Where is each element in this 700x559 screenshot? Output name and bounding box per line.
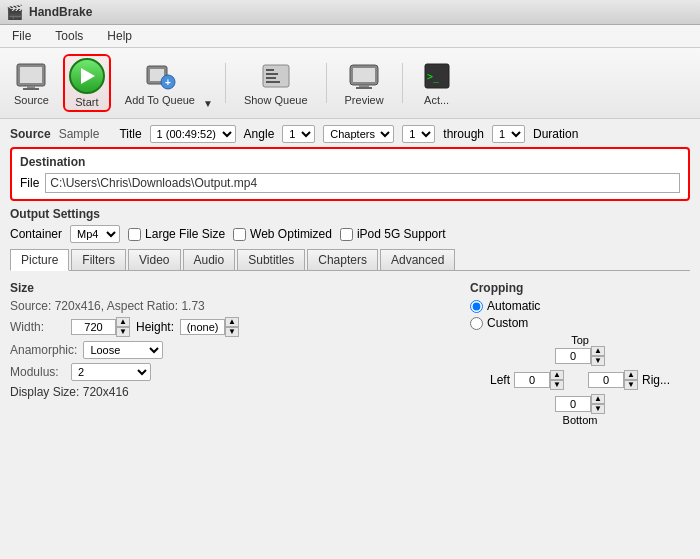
output-settings-title: Output Settings [10,207,690,221]
svg-text:+: + [165,77,171,88]
width-input[interactable] [71,319,116,335]
tab-chapters[interactable]: Chapters [307,249,378,270]
width-up-btn[interactable]: ▲ [116,317,130,327]
height-up-btn[interactable]: ▲ [225,317,239,327]
tab-picture[interactable]: Picture [10,249,69,271]
left-spinner: ▲ ▼ [514,370,564,390]
svg-rect-8 [263,65,289,87]
right-up-btn[interactable]: ▲ [624,370,638,380]
chapter-end-select[interactable]: 1 [492,125,525,143]
web-optimized-check-row: Web Optimized [233,227,332,241]
source-icon [15,60,47,92]
bottom-input[interactable] [555,396,591,412]
angle-select[interactable]: 1 [282,125,315,143]
left-input[interactable] [514,372,550,388]
web-optimized-checkbox[interactable] [233,228,246,241]
source-sample: Sample [59,127,100,141]
left-spinner-buttons: ▲ ▼ [550,370,564,390]
menu-bar: File Tools Help [0,25,700,48]
svg-rect-11 [266,77,276,79]
display-size-value: 720x416 [83,385,129,399]
crop-auto-label: Automatic [487,299,540,313]
display-size-row: Display Size: 720x416 [10,385,450,399]
size-section: Size Source: 720x416, Aspect Ratio: 1.73… [10,281,450,426]
tab-audio[interactable]: Audio [183,249,236,270]
ipod-checkbox[interactable] [340,228,353,241]
left-down-btn[interactable]: ▼ [550,380,564,390]
queue-dropdown-arrow[interactable]: ▼ [203,98,213,109]
add-to-queue-icon: + [144,60,176,92]
show-queue-icon [260,60,292,92]
toolbar-separator-2 [326,63,327,103]
preview-button[interactable]: Preview [339,56,390,110]
app-title: HandBrake [29,5,92,19]
bottom-spinner-buttons: ▲ ▼ [591,394,605,414]
display-size-label: Display Size: [10,385,79,399]
height-spinner-buttons: ▲ ▼ [225,317,239,337]
container-row: Container Mp4 MKV Large File Size Web Op… [10,225,690,243]
file-row: File [20,173,680,193]
crop-bottom-section: ▲ ▼ Bottom [470,394,690,426]
modulus-select[interactable]: 2 4 8 16 [71,363,151,381]
start-button[interactable]: Start [63,54,111,112]
width-spinner-buttons: ▲ ▼ [116,317,130,337]
start-label: Start [75,96,98,108]
add-to-queue-label: Add To Queue [125,94,195,106]
svg-rect-14 [353,68,375,82]
crop-custom-label: Custom [487,316,528,330]
through-label: through [443,127,484,141]
anamorphic-row: Anamorphic: None Strict Loose Custom [10,341,450,359]
menu-tools[interactable]: Tools [49,27,89,45]
anamorphic-select[interactable]: None Strict Loose Custom [83,341,163,359]
crop-top-section: Top ▲ ▼ [470,334,690,366]
large-file-checkbox[interactable] [128,228,141,241]
right-input[interactable] [588,372,624,388]
output-settings: Output Settings Container Mp4 MKV Large … [10,207,690,243]
bottom-down-btn[interactable]: ▼ [591,404,605,414]
left-label-text: Left [490,373,510,387]
crop-custom-item: Custom [470,316,690,330]
destination-title: Destination [20,155,680,169]
source-label: Source [14,94,49,106]
right-down-btn[interactable]: ▼ [624,380,638,390]
top-spinner: ▲ ▼ [555,346,605,366]
show-queue-button[interactable]: Show Queue [238,56,314,110]
top-input[interactable] [555,348,591,364]
app-icon: 🎬 [6,4,23,20]
bottom-up-btn[interactable]: ▲ [591,394,605,404]
container-select[interactable]: Mp4 MKV [70,225,120,243]
right-spinner-buttons: ▲ ▼ [624,370,638,390]
tab-advanced[interactable]: Advanced [380,249,455,270]
activity-label: Act... [424,94,449,106]
height-down-btn[interactable]: ▼ [225,327,239,337]
duration-label: Duration [533,127,578,141]
svg-text:>_: >_ [427,71,440,83]
crop-custom-radio[interactable] [470,317,483,330]
height-input[interactable] [180,319,225,335]
menu-file[interactable]: File [6,27,37,45]
left-up-btn[interactable]: ▲ [550,370,564,380]
cropping-title: Cropping [470,281,690,295]
crop-auto-radio[interactable] [470,300,483,313]
preview-label: Preview [345,94,384,106]
anamorphic-label: Anamorphic: [10,343,77,357]
top-down-btn[interactable]: ▼ [591,356,605,366]
width-down-btn[interactable]: ▼ [116,327,130,337]
crop-lr-row: Left ▲ ▼ ▲ ▼ [470,370,690,390]
chapters-type-select[interactable]: Chapters [323,125,394,143]
width-spinner: ▲ ▼ [71,317,130,337]
tab-subtitles[interactable]: Subtitles [237,249,305,270]
source-button[interactable]: Source [8,56,55,110]
chapter-start-select[interactable]: 1 [402,125,435,143]
size-title: Size [10,281,450,295]
add-to-queue-button[interactable]: + Add To Queue [119,56,201,110]
tab-filters[interactable]: Filters [71,249,126,270]
angle-label: Angle [244,127,275,141]
tab-video[interactable]: Video [128,249,180,270]
bottom-spinner: ▲ ▼ [555,394,605,414]
top-up-btn[interactable]: ▲ [591,346,605,356]
menu-help[interactable]: Help [101,27,138,45]
activity-button[interactable]: >_ Act... [415,56,459,110]
file-input[interactable] [45,173,680,193]
title-select[interactable]: 1 (00:49:52) [150,125,236,143]
